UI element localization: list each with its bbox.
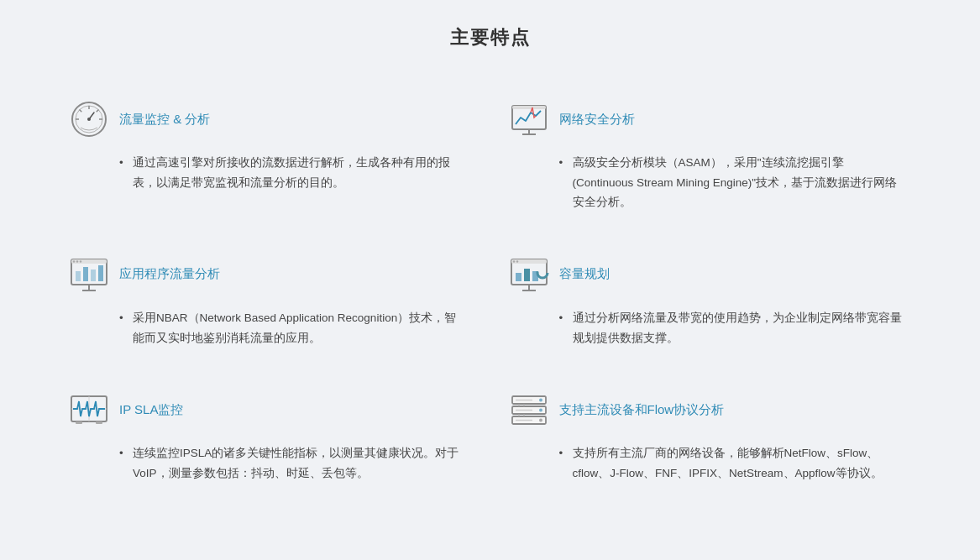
- feature-header-app: 应用程序流量分析: [67, 253, 465, 296]
- svg-rect-10: [512, 106, 546, 109]
- svg-point-23: [80, 260, 81, 262]
- svg-rect-20: [98, 265, 103, 281]
- svg-rect-9: [512, 106, 546, 129]
- feature-content-traffic: 通过高速引擎对所接收的流数据进行解析，生成各种有用的报表，以满足带宽监视和流量分…: [67, 153, 465, 192]
- page-container: 主要特点: [0, 0, 980, 540]
- feature-app-traffic: 应用程序流量分析 采用NBAR（Network Based Applicatio…: [50, 236, 490, 371]
- feature-title-security[interactable]: 网络安全分析: [559, 112, 635, 128]
- feature-header-capacity: 容量规划: [507, 253, 905, 296]
- feature-desc-app: 采用NBAR（Network Based Application Recogni…: [119, 308, 465, 348]
- svg-rect-38: [96, 421, 102, 424]
- monitor-desktop-icon: [67, 253, 111, 296]
- svg-point-22: [76, 260, 78, 262]
- feature-title-traffic[interactable]: 流量监控 & 分析: [119, 112, 210, 128]
- feature-content-flow: 支持所有主流厂商的网络设备，能够解析NetFlow、sFlow、cflow、J-…: [507, 443, 905, 483]
- monitor-bar-icon: [507, 253, 551, 296]
- feature-title-ipsla[interactable]: IP SLA监控: [119, 402, 183, 418]
- svg-point-33: [516, 260, 517, 262]
- svg-rect-17: [76, 271, 81, 281]
- feature-content-capacity: 通过分析网络流量及带宽的使用趋势，为企业制定网络带宽容量规划提供数据支撑。: [507, 308, 905, 348]
- feature-header-ipsla: IP SLA监控: [67, 388, 465, 432]
- feature-header-security: 网络安全分析: [507, 97, 905, 141]
- svg-line-5: [80, 110, 82, 113]
- feature-desc-traffic: 通过高速引擎对所接收的流数据进行解析，生成各种有用的报表，以满足带宽监视和流量分…: [119, 153, 465, 192]
- feature-title-capacity[interactable]: 容量规划: [559, 266, 610, 282]
- svg-rect-18: [83, 267, 88, 281]
- feature-title-flow[interactable]: 支持主流设备和Flow协议分析: [559, 402, 725, 418]
- svg-rect-28: [516, 273, 521, 281]
- feature-content-app: 采用NBAR（Network Based Application Recogni…: [67, 308, 465, 348]
- page-title: 主要特点: [50, 25, 930, 50]
- feature-desc-ipsla: 连续监控IPSLA的诸多关键性能指标，以测量其健康状况。对于VoIP，测量参数包…: [119, 443, 465, 483]
- feature-flow-protocol: 支持主流设备和Flow协议分析 支持所有主流厂商的网络设备，能够解析NetFlo…: [490, 371, 930, 506]
- feature-ip-sla: IP SLA监控 连续监控IPSLA的诸多关键性能指标，以测量其健康状况。对于V…: [50, 371, 490, 506]
- feature-desc-security: 高级安全分析模块（ASAM），采用"连续流挖掘引擎(Continuous Str…: [559, 153, 905, 212]
- svg-rect-29: [524, 269, 530, 281]
- svg-point-43: [539, 409, 542, 412]
- feature-header-flow: 支持主流设备和Flow协议分析: [507, 388, 905, 432]
- wave-monitor-icon: [67, 388, 111, 432]
- feature-desc-capacity: 通过分析网络流量及带宽的使用趋势，为企业制定网络带宽容量规划提供数据支撑。: [559, 308, 905, 348]
- feature-content-ipsla: 连续监控IPSLA的诸多关键性能指标，以测量其健康状况。对于VoIP，测量参数包…: [67, 443, 465, 483]
- server-stack-icon: [507, 388, 551, 432]
- feature-traffic-monitor: 流量监控 & 分析 通过高速引擎对所接收的流数据进行解析，生成各种有用的报表，以…: [50, 81, 490, 236]
- svg-rect-19: [91, 270, 96, 281]
- feature-capacity: 容量规划 通过分析网络流量及带宽的使用趋势，为企业制定网络带宽容量规划提供数据支…: [490, 236, 930, 371]
- gauge-icon: [67, 97, 111, 141]
- svg-line-6: [97, 110, 99, 113]
- feature-network-security: 网络安全分析 高级安全分析模块（ASAM），采用"连续流挖掘引擎(Continu…: [490, 81, 930, 236]
- svg-rect-37: [76, 421, 82, 424]
- svg-point-46: [539, 419, 542, 422]
- feature-header-traffic: 流量监控 & 分析: [67, 97, 465, 141]
- feature-desc-flow: 支持所有主流厂商的网络设备，能够解析NetFlow、sFlow、cflow、J-…: [559, 443, 905, 483]
- monitor-chart-icon: [507, 97, 551, 141]
- feature-title-app[interactable]: 应用程序流量分析: [119, 266, 220, 282]
- svg-point-8: [87, 118, 91, 121]
- features-grid: 流量监控 & 分析 通过高速引擎对所接收的流数据进行解析，生成各种有用的报表，以…: [50, 81, 930, 506]
- svg-point-40: [539, 399, 542, 402]
- svg-point-21: [73, 260, 75, 262]
- svg-point-32: [512, 260, 514, 262]
- feature-content-security: 高级安全分析模块（ASAM），采用"连续流挖掘引擎(Continuous Str…: [507, 153, 905, 212]
